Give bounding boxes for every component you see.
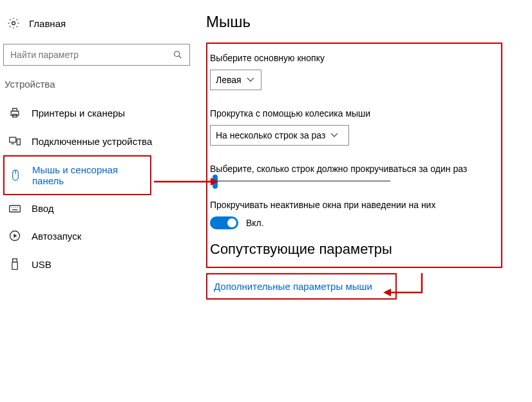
slider-track bbox=[210, 180, 390, 182]
primary-button-value: Левая bbox=[216, 75, 242, 85]
svg-rect-11 bbox=[10, 206, 21, 212]
inactive-windows-label: Прокручивать неактивные окна при наведен… bbox=[210, 200, 495, 210]
chevron-down-icon bbox=[247, 77, 254, 82]
sidebar-item-usb[interactable]: USB bbox=[3, 250, 196, 278]
sidebar-item-label: Ввод bbox=[32, 203, 54, 214]
related-settings-title: Сопутствующие параметры bbox=[210, 241, 495, 258]
usb-icon bbox=[8, 258, 21, 271]
keyboard-icon bbox=[8, 204, 21, 214]
svg-rect-7 bbox=[17, 139, 20, 145]
devices-icon bbox=[8, 135, 21, 148]
sidebar-item-label: Мышь и сенсорная панель bbox=[32, 164, 146, 186]
slider-thumb[interactable] bbox=[213, 175, 218, 189]
toggle-knob bbox=[227, 218, 236, 227]
mouse-icon bbox=[10, 169, 22, 182]
search-input-box[interactable] bbox=[3, 44, 190, 66]
toggle-state-label: Вкл. bbox=[246, 218, 264, 228]
autoplay-icon bbox=[8, 229, 21, 242]
annotation-box-main: Выберите основную кнопку Левая Прокрутка… bbox=[206, 43, 502, 268]
sidebar-item-label: Принтеры и сканеры bbox=[32, 108, 125, 119]
sidebar-item-typing[interactable]: Ввод bbox=[3, 195, 196, 222]
lines-per-scroll-label: Выберите, сколько строк должно прокручив… bbox=[210, 164, 495, 174]
svg-line-2 bbox=[179, 56, 182, 59]
svg-point-0 bbox=[12, 22, 15, 25]
sidebar-item-label: Подключенные устройства bbox=[32, 136, 152, 147]
printer-icon bbox=[8, 106, 21, 119]
svg-point-1 bbox=[175, 52, 180, 57]
sidebar-item-label: USB bbox=[32, 259, 52, 270]
svg-rect-3 bbox=[11, 111, 19, 116]
scroll-wheel-label: Прокрутка с помощью колесика мыши bbox=[210, 108, 495, 119]
sidebar-item-label: Автозапуск bbox=[32, 231, 81, 242]
svg-rect-6 bbox=[10, 137, 16, 142]
svg-marker-18 bbox=[14, 234, 17, 238]
annotation-box-link: Дополнительные параметры мыши bbox=[206, 273, 397, 300]
scroll-wheel-value: На несколько строк за раз bbox=[216, 130, 325, 140]
sidebar-item-autoplay[interactable]: Автозапуск bbox=[3, 222, 196, 250]
sidebar-item-printers[interactable]: Принтеры и сканеры bbox=[3, 99, 196, 127]
gear-icon bbox=[7, 17, 20, 30]
nav-home[interactable]: Главная bbox=[3, 13, 196, 34]
additional-mouse-options-link[interactable]: Дополнительные параметры мыши bbox=[214, 281, 372, 292]
chevron-down-icon bbox=[330, 133, 338, 138]
primary-button-select[interactable]: Левая bbox=[210, 70, 261, 90]
sidebar-item-mouse[interactable]: Мышь и сенсорная панель bbox=[3, 155, 151, 195]
page-title: Мышь bbox=[206, 13, 526, 31]
nav-home-label: Главная bbox=[29, 18, 66, 29]
search-icon bbox=[173, 50, 183, 60]
scroll-wheel-select[interactable]: На несколько строк за раз bbox=[210, 125, 349, 146]
search-input[interactable] bbox=[10, 50, 173, 60]
lines-slider[interactable] bbox=[210, 180, 495, 182]
svg-rect-20 bbox=[12, 262, 17, 270]
svg-rect-4 bbox=[13, 108, 17, 111]
inactive-windows-toggle[interactable] bbox=[210, 216, 238, 229]
sidebar-item-connected[interactable]: Подключенные устройства bbox=[3, 127, 196, 155]
sidebar-category: Устройства bbox=[3, 79, 196, 90]
primary-button-label: Выберите основную кнопку bbox=[210, 53, 495, 63]
svg-rect-19 bbox=[13, 259, 17, 262]
